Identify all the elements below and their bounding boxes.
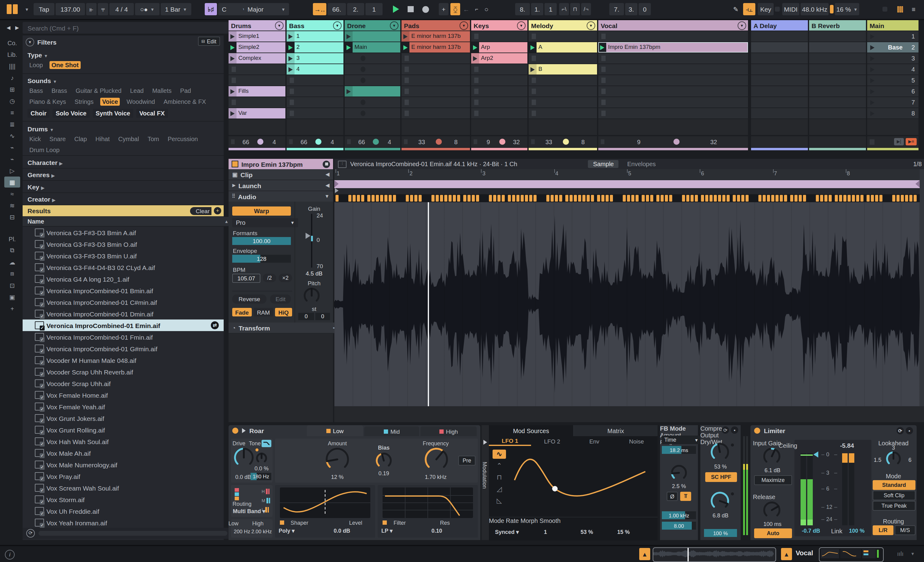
lfo-graph[interactable]: ∿⌃⊓◿◺ <box>489 446 657 517</box>
scene-row[interactable]: 3 <box>867 53 918 63</box>
filter-chip[interactable]: Piano & Keys <box>27 98 68 106</box>
xover-high-value[interactable]: 2.00 kHz <box>250 528 273 535</box>
tone-value[interactable]: 0.0 % <box>249 466 274 472</box>
warp-marker[interactable] <box>701 195 704 202</box>
modulation-fold-icon[interactable] <box>483 440 487 445</box>
warp-marker[interactable] <box>914 195 916 202</box>
time-signature-field[interactable]: 4 / 4 <box>110 3 134 15</box>
file-row[interactable]: Veronica G3-F#4-D4-B3 02 CLyd A.aif <box>22 261 224 273</box>
file-row[interactable]: Vox Male Ah.aif <box>22 447 224 459</box>
warp-button[interactable]: Warp <box>232 207 291 216</box>
clip-slot[interactable] <box>228 75 285 85</box>
filter-chip[interactable]: Snare <box>48 135 68 143</box>
warp-marker[interactable] <box>879 195 882 202</box>
clip-slot[interactable] <box>345 75 400 85</box>
clip-launch-button[interactable] <box>345 86 352 96</box>
arrangement-position-beats[interactable]: 2. <box>347 3 364 15</box>
clip-slot[interactable]: 1 <box>286 31 344 42</box>
clip-launch-button[interactable] <box>228 108 237 118</box>
warp-marker[interactable] <box>875 195 878 202</box>
warp-marker[interactable] <box>597 195 600 202</box>
input-gain-value[interactable]: 6.1 dB <box>753 467 792 474</box>
capture-midi-button[interactable]: ⧲ <box>450 3 460 15</box>
clip-slot[interactable] <box>598 75 748 85</box>
filters-collapse-icon[interactable]: ▼ <box>26 38 34 46</box>
warp-marker[interactable] <box>727 195 730 202</box>
arrangement-overview-thumbnail[interactable] <box>652 547 776 562</box>
draw-pencil-icon[interactable]: ✎ <box>731 3 741 15</box>
file-row[interactable]: Veronica G3-F#3-D3 Bmin A.aif <box>22 226 224 238</box>
pre-button[interactable]: Pre <box>458 456 476 466</box>
roar-save-icon[interactable]: ▪ <box>731 426 738 434</box>
filter-chip[interactable]: Ambience & FX <box>162 98 208 106</box>
ceiling-handle[interactable] <box>813 451 818 457</box>
warp-marker[interactable] <box>550 195 554 202</box>
warp-marker[interactable] <box>623 195 626 202</box>
tab-lfo-1[interactable]: LFO 1 <box>489 436 531 446</box>
clip-slot[interactable] <box>402 64 470 75</box>
cpu-load-menu[interactable]: 16 %▼ <box>835 3 859 15</box>
maximize-button[interactable]: Maximize <box>754 475 792 485</box>
bpm-field[interactable]: 105.07 <box>232 274 260 283</box>
warp-marker[interactable] <box>570 195 573 202</box>
warp-marker[interactable] <box>686 195 689 202</box>
clip-launch-button[interactable] <box>228 31 237 42</box>
warp-marker[interactable] <box>758 195 762 202</box>
edit-filters-button[interactable]: ⊟Edit <box>198 37 220 46</box>
clip-slot[interactable]: Simple1 <box>228 31 285 42</box>
fade-toggle[interactable]: Fade <box>232 308 252 316</box>
filter-section-key[interactable]: Key ▶ <box>22 181 224 193</box>
warp-marker[interactable] <box>406 195 409 202</box>
bpm-half-button[interactable]: /2 <box>263 274 276 282</box>
mode-truepeak-button[interactable]: True Peak <box>873 501 915 511</box>
warp-marker[interactable] <box>393 195 396 202</box>
back-to-arrangement-icon[interactable]: ← <box>462 3 471 15</box>
warp-marker[interactable] <box>790 195 793 202</box>
filter-chip[interactable]: Percussion <box>166 135 200 143</box>
loop-length-sixteenths[interactable]: 0 <box>639 3 651 15</box>
warp-marker[interactable] <box>646 195 649 202</box>
clip-launch-button[interactable] <box>345 42 352 52</box>
roar-randomize-icon[interactable]: ⟳ <box>722 426 729 434</box>
track-header-pads[interactable]: Pads▼ <box>402 20 470 30</box>
file-row[interactable]: Vocoder M Human Male 048.aif <box>22 354 224 366</box>
scene-launch-button[interactable] <box>870 78 874 83</box>
warp-marker[interactable] <box>361 195 364 202</box>
midi-effects-icon[interactable]: ≣ <box>4 118 20 129</box>
clip-launch-button[interactable] <box>402 42 410 52</box>
warp-marker[interactable] <box>905 195 908 202</box>
file-row[interactable]: Vox Scream Wah Soul.aif <box>22 482 224 494</box>
search-input[interactable]: Search (Cmd + F) <box>22 22 228 34</box>
bias-knob[interactable] <box>375 452 392 469</box>
filter-section-genres[interactable]: Genres ▶ <box>22 169 224 181</box>
fb-width-slider[interactable]: 8.00 <box>662 522 696 530</box>
track-header-drone[interactable]: Drone▼ <box>345 20 400 30</box>
warp-marker[interactable] <box>440 195 443 202</box>
loop-length-bars[interactable]: 7. <box>609 3 624 15</box>
warp-marker[interactable] <box>555 195 558 202</box>
warp-marker[interactable] <box>799 195 802 202</box>
roar-fold-icon[interactable] <box>242 428 246 433</box>
device-chain-thumbnail[interactable] <box>819 547 884 562</box>
ceiling-value[interactable]: -0.7 dB <box>796 528 826 534</box>
punch-in-position-sixteenths[interactable]: 1 <box>544 3 557 15</box>
clip-slot[interactable] <box>345 53 400 63</box>
scene-row[interactable]: 4 <box>867 64 918 75</box>
warp-marker[interactable] <box>856 195 859 202</box>
pitch-knob[interactable] <box>303 287 320 304</box>
warp-marker[interactable] <box>410 195 413 202</box>
clip-slot[interactable] <box>529 86 597 96</box>
warp-marker[interactable] <box>746 195 748 202</box>
filter-mode-select[interactable]: LP ▾ <box>381 528 402 534</box>
tuning-icon[interactable]: ≋ <box>4 200 20 211</box>
punch-in-position-bars[interactable]: 8. <box>515 3 530 15</box>
warp-marker[interactable] <box>565 195 568 202</box>
browser-back-icon[interactable]: ◀ <box>5 22 12 34</box>
clip-slot[interactable] <box>345 108 400 118</box>
clip-launch-button[interactable] <box>286 42 294 52</box>
quantization-menu[interactable]: 1 Bar▼ <box>161 3 191 15</box>
roar-activator-led[interactable] <box>232 428 238 434</box>
file-row[interactable]: Vox Pray.aif <box>22 471 224 482</box>
clip-slot[interactable] <box>598 86 748 96</box>
res-value[interactable]: 0.10 <box>432 528 452 534</box>
